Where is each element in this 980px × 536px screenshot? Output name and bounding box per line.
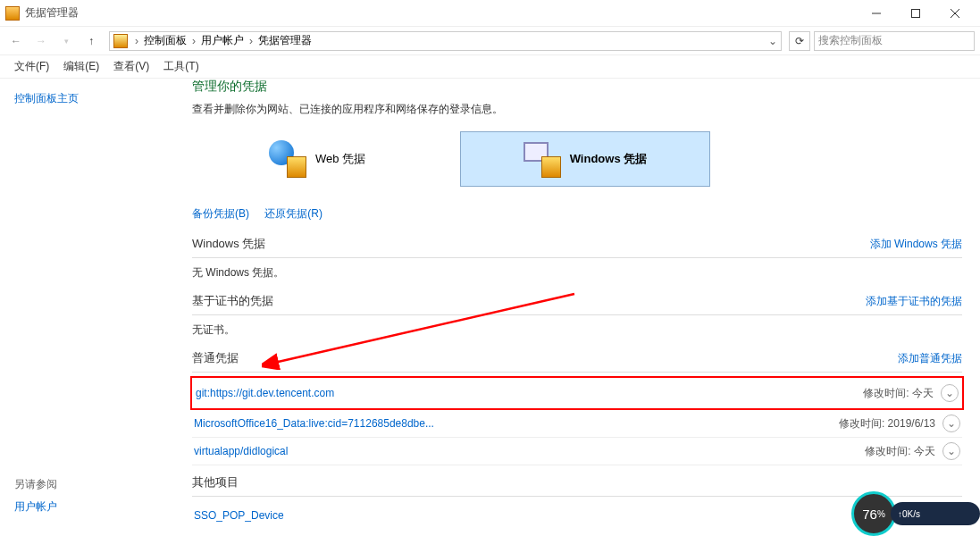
menu-edit[interactable]: 编辑(E) — [63, 59, 99, 74]
window-title: 凭据管理器 — [25, 5, 79, 21]
chevron-down-icon[interactable]: ⌄ — [942, 442, 960, 460]
chevron-down-icon[interactable]: ⌄ — [942, 415, 960, 432]
monitor-safe-icon — [524, 140, 561, 178]
credential-row[interactable]: virtualapp/didlogical 修改时间: 今天 ⌄ — [192, 438, 962, 465]
chevron-right-icon: › — [247, 35, 255, 47]
page-subtitle: 查看并删除你为网站、已连接的应用程序和网络保存的登录信息。 — [192, 102, 962, 117]
tile-label: Windows 凭据 — [570, 151, 648, 167]
section-generic-heading: 普通凭据 — [192, 350, 239, 366]
tile-label: Web 凭据 — [315, 151, 365, 167]
perf-widget[interactable]: 76% ↑ 0K/s — [851, 491, 980, 536]
up-button[interactable]: ↑ — [80, 30, 102, 52]
credential-row[interactable]: MicrosoftOffice16_Data:live:cid=7112685d… — [192, 410, 962, 438]
breadcrumb-item[interactable]: 控制面板 — [140, 33, 190, 48]
svg-rect-1 — [912, 9, 920, 17]
breadcrumb-item[interactable]: 凭据管理器 — [255, 33, 315, 48]
credential-modified: 修改时间: 今天 — [865, 444, 935, 459]
page-title: 管理你的凭据 — [192, 79, 962, 95]
maximize-button[interactable] — [896, 1, 935, 26]
credential-row[interactable]: SSO_POP_Device 修改时间: 今天 ⌄ — [192, 502, 962, 529]
chevron-down-icon[interactable]: ⌄ — [768, 35, 777, 47]
minimize-button[interactable] — [857, 1, 896, 26]
add-cert-credential-link[interactable]: 添加基于证书的凭据 — [866, 294, 962, 309]
chevron-down-icon[interactable]: ⌄ — [941, 384, 959, 402]
credential-name: MicrosoftOffice16_Data:live:cid=7112685d… — [194, 417, 839, 430]
section-cert-heading: 基于证书的凭据 — [192, 293, 273, 309]
annotation-highlight: git:https://git.dev.tencent.com 修改时间: 今天… — [190, 376, 964, 410]
backup-link[interactable]: 备份凭据(B) — [192, 207, 249, 220]
tile-web-credentials[interactable]: Web 凭据 — [192, 131, 442, 187]
menu-view[interactable]: 查看(V) — [113, 59, 149, 74]
perf-net: ↑ 0K/s — [891, 502, 980, 525]
back-button[interactable]: ← — [5, 30, 27, 52]
folder-icon — [113, 34, 128, 48]
address-bar[interactable]: › 控制面板 › 用户帐户 › 凭据管理器 ⌄ — [109, 31, 782, 51]
search-input[interactable]: 搜索控制面板 — [814, 31, 975, 51]
menu-file[interactable]: 文件(F) — [14, 59, 49, 74]
add-windows-credential-link[interactable]: 添加 Windows 凭据 — [870, 237, 962, 252]
close-button[interactable] — [935, 1, 975, 26]
globe-safe-icon — [269, 140, 306, 178]
app-icon — [5, 6, 20, 21]
perf-percent: 76% — [851, 491, 896, 536]
section-cert-empty: 无证书。 — [192, 321, 962, 347]
search-placeholder: 搜索控制面板 — [818, 33, 883, 48]
section-windows-empty: 无 Windows 凭据。 — [192, 264, 962, 289]
sidebar: 控制面板主页 另请参阅 用户帐户 — [0, 79, 174, 536]
restore-link[interactable]: 还原凭据(R) — [264, 207, 322, 220]
forward-button[interactable]: → — [30, 30, 52, 52]
titlebar: 凭据管理器 — [0, 0, 980, 27]
breadcrumb-item[interactable]: 用户帐户 — [197, 33, 247, 48]
credential-row[interactable]: git:https://git.dev.tencent.com 修改时间: 今天… — [194, 380, 960, 406]
menubar: 文件(F) 编辑(E) 查看(V) 工具(T) — [0, 55, 980, 79]
credential-modified: 修改时间: 2019/6/13 — [839, 416, 935, 431]
nav-row: ← → ▾ ↑ › 控制面板 › 用户帐户 › 凭据管理器 ⌄ ⟳ 搜索控制面板 — [0, 27, 980, 55]
sidebar-seealso-heading: 另请参阅 — [14, 477, 160, 492]
recent-button[interactable]: ▾ — [55, 30, 77, 52]
chevron-right-icon: › — [190, 35, 197, 47]
credential-name: git:https://git.dev.tencent.com — [196, 387, 863, 399]
chevron-right-icon: › — [133, 35, 140, 47]
add-generic-credential-link[interactable]: 添加普通凭据 — [898, 351, 962, 366]
menu-tools[interactable]: 工具(T) — [163, 59, 198, 74]
tile-windows-credentials[interactable]: Windows 凭据 — [460, 131, 710, 187]
credential-modified: 修改时间: 今天 — [863, 386, 934, 401]
sidebar-useraccounts-link[interactable]: 用户帐户 — [14, 500, 57, 513]
credential-name: virtualapp/didlogical — [194, 445, 865, 457]
credential-name: SSO_POP_Device — [194, 509, 865, 522]
main-content: 管理你的凭据 查看并删除你为网站、已连接的应用程序和网络保存的登录信息。 Web… — [174, 79, 980, 536]
refresh-button[interactable]: ⟳ — [789, 31, 810, 51]
sidebar-home-link[interactable]: 控制面板主页 — [14, 91, 160, 106]
section-windows-heading: Windows 凭据 — [192, 236, 265, 252]
section-other-heading: 其他项目 — [192, 474, 239, 490]
